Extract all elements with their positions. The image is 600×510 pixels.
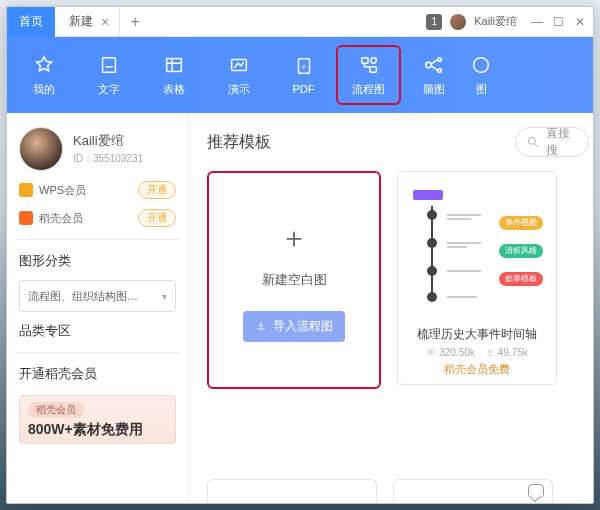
- thumb-pill: 清析风格: [499, 244, 543, 258]
- tool-flowchart[interactable]: 流程图: [336, 45, 401, 105]
- promo-banner[interactable]: 稻壳会员 800W+素材免费用: [19, 395, 176, 444]
- open-wps-button[interactable]: 开通: [138, 181, 176, 199]
- category-select[interactable]: 流程图、组织结构图… ▾: [19, 280, 176, 312]
- slides-icon: [228, 54, 250, 76]
- chat-icon[interactable]: [528, 484, 544, 498]
- select-value: 流程图、组织结构图…: [28, 289, 138, 304]
- svg-line-18: [535, 144, 538, 147]
- svg-point-16: [474, 57, 489, 72]
- maximize-icon[interactable]: ☐: [553, 16, 565, 28]
- tool-label: 我的: [33, 82, 55, 97]
- tool-mindmap[interactable]: 脑图: [401, 45, 466, 105]
- import-icon: [255, 320, 267, 332]
- sidebar: Kaili爱绾 ID：355103231 WPS会员 开通 稻壳会员 开通: [7, 113, 189, 503]
- scrollbar[interactable]: [579, 141, 589, 499]
- svg-point-13: [437, 68, 441, 72]
- tool-slides[interactable]: 演示: [206, 45, 271, 105]
- tool-label: 演示: [228, 82, 250, 97]
- divider: [15, 239, 180, 240]
- star-icon: [33, 54, 55, 76]
- search-placeholder: 直接搜: [546, 127, 578, 157]
- svg-line-15: [431, 65, 437, 70]
- downloads-count: 49.75k: [498, 347, 528, 358]
- profile[interactable]: Kaili爱绾 ID：355103231: [19, 127, 176, 171]
- search-input[interactable]: 直接搜: [515, 127, 589, 157]
- main: 推荐模板 直接搜 ＋ 新建空白图 导入流程图: [189, 113, 593, 503]
- download-icon: [485, 347, 495, 357]
- avatar-small[interactable]: [450, 14, 466, 30]
- views-count: 320.50k: [439, 347, 475, 358]
- svg-line-14: [431, 59, 437, 64]
- doc-icon: [98, 54, 120, 76]
- svg-point-12: [437, 57, 441, 61]
- category-toolbar: 我的 文字 表格 演示 P PDF 流程图 脑图 图: [7, 37, 593, 113]
- tool-label: 图: [476, 82, 487, 97]
- body: Kaili爱绾 ID：355103231 WPS会员 开通 稻壳会员 开通: [7, 113, 593, 503]
- titlebar-username: Kaili爱绾: [474, 14, 517, 29]
- promo-headline: 800W+素材免费用: [28, 421, 167, 439]
- tab-label: 新建: [69, 13, 93, 30]
- tool-mine[interactable]: 我的: [11, 45, 76, 105]
- tab-new[interactable]: 新建 ×: [55, 7, 120, 37]
- tool-label: 表格: [163, 82, 185, 97]
- member-wps: WPS会员 开通: [19, 181, 176, 199]
- tool-more[interactable]: 图: [466, 45, 496, 105]
- section-title: 推荐模板: [207, 132, 271, 153]
- template-foot: 稻壳会员免费: [436, 362, 518, 383]
- profile-id: ID：355103231: [73, 152, 143, 166]
- import-flowchart-button[interactable]: 导入流程图: [243, 311, 345, 342]
- template-card-partial[interactable]: [207, 479, 377, 503]
- template-title: 梳理历史大事件时间轴: [409, 326, 545, 343]
- blank-label: 新建空白图: [262, 271, 327, 289]
- plus-icon: ＋: [280, 219, 308, 257]
- tool-pdf[interactable]: P PDF: [271, 45, 336, 105]
- shield-icon: [19, 183, 33, 197]
- chevron-down-icon: ▾: [162, 291, 167, 302]
- app-window: 首页 新建 × + 1 Kaili爱绾 — ☐ ✕ 我的 文字: [6, 6, 594, 504]
- mindmap-icon: [423, 54, 445, 76]
- titlebar: 首页 新建 × + 1 Kaili爱绾 — ☐ ✕: [7, 7, 593, 37]
- new-tab-button[interactable]: +: [120, 13, 150, 31]
- close-window-icon[interactable]: ✕: [575, 16, 587, 28]
- template-card-partial[interactable]: [393, 479, 553, 503]
- minimize-icon[interactable]: —: [531, 16, 543, 28]
- svg-point-17: [528, 137, 535, 144]
- template-thumb: 事件视图 清析风格 效率模板: [403, 180, 551, 320]
- category-title: 图形分类: [19, 252, 176, 270]
- tab-home[interactable]: 首页: [7, 7, 55, 37]
- svg-point-19: [430, 351, 432, 353]
- tool-doc[interactable]: 文字: [76, 45, 141, 105]
- template-card[interactable]: 事件视图 清析风格 效率模板 梳理历史大事件时间轴 320.50k 49.75k…: [397, 171, 557, 385]
- template-cards: ＋ 新建空白图 导入流程图: [207, 171, 589, 389]
- zone-title: 品类专区: [19, 322, 176, 340]
- tool-label: PDF: [293, 83, 315, 95]
- svg-point-10: [370, 57, 376, 63]
- template-stats: 320.50k 49.75k: [418, 343, 536, 362]
- svg-rect-0: [102, 57, 115, 72]
- open-docer-button[interactable]: 开通: [138, 209, 176, 227]
- tool-label: 流程图: [352, 82, 385, 97]
- titlebar-right: 1 Kaili爱绾 — ☐ ✕: [426, 14, 593, 30]
- tool-label: 文字: [98, 82, 120, 97]
- vip-title: 开通稻壳会员: [19, 365, 176, 383]
- tool-sheet[interactable]: 表格: [141, 45, 206, 105]
- notification-badge[interactable]: 1: [426, 14, 442, 30]
- profile-name: Kaili爱绾: [73, 132, 143, 150]
- flowchart-icon: [358, 54, 380, 76]
- svg-rect-2: [166, 58, 181, 71]
- member-docer: 稻壳会员 开通: [19, 209, 176, 227]
- svg-rect-8: [361, 57, 367, 63]
- avatar: [19, 127, 63, 171]
- circle-icon: [470, 54, 492, 76]
- svg-text:P: P: [302, 64, 306, 70]
- search-icon: [526, 135, 540, 149]
- import-label: 导入流程图: [273, 318, 333, 335]
- member-label: WPS会员: [39, 183, 86, 198]
- new-blank-card[interactable]: ＋ 新建空白图 导入流程图: [207, 171, 381, 389]
- promo-tag: 稻壳会员: [28, 402, 84, 418]
- svg-rect-9: [369, 66, 375, 72]
- bottom-row: [207, 479, 553, 503]
- eye-icon: [426, 347, 436, 357]
- shield-icon: [19, 211, 33, 225]
- close-icon[interactable]: ×: [101, 14, 109, 30]
